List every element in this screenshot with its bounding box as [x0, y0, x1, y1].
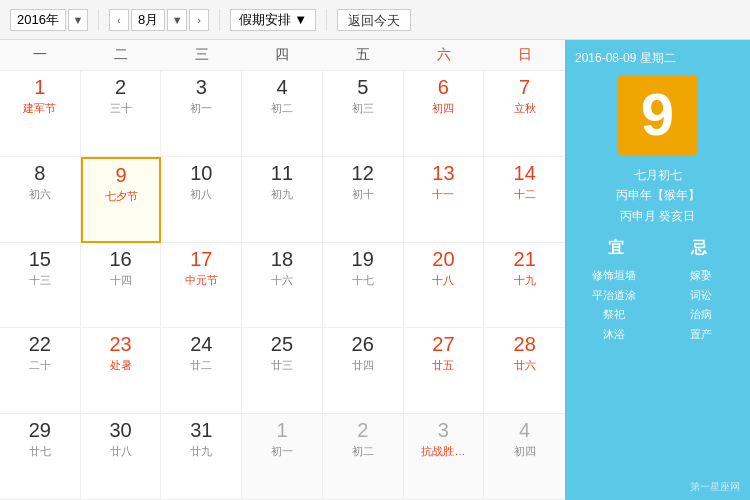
cell-day-number: 14	[514, 161, 536, 185]
cell-day-sub: 十八	[432, 273, 454, 288]
cell-day-number: 16	[109, 247, 131, 271]
calendar-cell[interactable]: 24廿二	[161, 328, 242, 414]
cell-day-number: 25	[271, 332, 293, 356]
calendar-cell[interactable]: 9七夕节	[81, 157, 162, 243]
calendar-cell[interactable]: 4初四	[484, 414, 565, 500]
cell-day-number: 15	[29, 247, 51, 271]
calendar-cell[interactable]: 30廿八	[81, 414, 162, 500]
return-today-btn[interactable]: 返回今天	[337, 9, 411, 31]
day-header: 一	[0, 40, 81, 70]
cell-day-number: 19	[352, 247, 374, 271]
calendar-cell[interactable]: 5初三	[323, 71, 404, 157]
calendar-cell[interactable]: 1建军节	[0, 71, 81, 157]
cell-day-number: 13	[432, 161, 454, 185]
calendar-cell[interactable]: 29廿七	[0, 414, 81, 500]
day-header: 日	[484, 40, 565, 70]
cell-day-sub: 建军节	[23, 101, 56, 116]
ji-item: 词讼	[663, 287, 741, 305]
cell-day-sub: 处暑	[110, 358, 132, 373]
cell-day-number: 24	[190, 332, 212, 356]
calendar-cell[interactable]: 8初六	[0, 157, 81, 243]
holiday-label: 假期安排	[239, 11, 291, 29]
panel-lunar-info: 七月初七 丙申年【猴年】 丙申月 癸亥日	[616, 165, 700, 226]
holiday-dropdown-btn[interactable]: 假期安排 ▼	[230, 9, 316, 31]
day-headers: 一二三四五六日	[0, 40, 565, 71]
calendar-cell[interactable]: 14十二	[484, 157, 565, 243]
month-dropdown-btn[interactable]: ▼	[167, 9, 187, 31]
panel-date-text: 2016-08-09 星期二	[575, 50, 676, 67]
calendar-area: 一二三四五六日 1建军节2三十3初一4初二5初三6初四7立秋8初六9七夕节10初…	[0, 40, 565, 500]
calendar-cell[interactable]: 11初九	[242, 157, 323, 243]
year-value: 2016年	[10, 9, 66, 31]
cell-day-number: 23	[109, 332, 131, 356]
cell-day-sub: 十二	[514, 187, 536, 202]
calendar-cell[interactable]: 7立秋	[484, 71, 565, 157]
cell-day-sub: 十七	[352, 273, 374, 288]
ji-item: 置产	[663, 326, 741, 344]
calendar-cell[interactable]: 10初八	[161, 157, 242, 243]
yi-label: 宜	[608, 238, 624, 259]
calendar-cell[interactable]: 28廿六	[484, 328, 565, 414]
cell-day-number: 9	[116, 163, 127, 187]
cell-day-number: 5	[357, 75, 368, 99]
month-value: 8月	[131, 9, 165, 31]
cell-day-number: 21	[514, 247, 536, 271]
cell-day-sub: 七夕节	[105, 189, 138, 204]
cell-day-sub: 初四	[514, 444, 536, 459]
cell-day-number: 31	[190, 418, 212, 442]
cell-day-sub: 初六	[29, 187, 51, 202]
cell-day-sub: 廿二	[190, 358, 212, 373]
calendar-cell[interactable]: 3抗战胜…	[404, 414, 485, 500]
cell-day-number: 20	[432, 247, 454, 271]
calendar-cell[interactable]: 16十四	[81, 243, 162, 329]
cell-day-sub: 廿六	[514, 358, 536, 373]
cell-day-number: 26	[352, 332, 374, 356]
cell-day-number: 6	[438, 75, 449, 99]
calendar-cell[interactable]: 12初十	[323, 157, 404, 243]
calendar-cell[interactable]: 3初一	[161, 71, 242, 157]
cell-day-number: 27	[432, 332, 454, 356]
calendar-cell[interactable]: 6初四	[404, 71, 485, 157]
cell-day-sub: 廿七	[29, 444, 51, 459]
big-day-box: 9	[618, 75, 698, 155]
calendar-cell[interactable]: 17中元节	[161, 243, 242, 329]
calendar-cell[interactable]: 26廿四	[323, 328, 404, 414]
calendar-cell[interactable]: 27廿五	[404, 328, 485, 414]
calendar-cell[interactable]: 22二十	[0, 328, 81, 414]
calendar-cell[interactable]: 13十一	[404, 157, 485, 243]
calendar-cell[interactable]: 4初二	[242, 71, 323, 157]
calendar-cell[interactable]: 25廿三	[242, 328, 323, 414]
cell-day-sub: 十六	[271, 273, 293, 288]
divider2	[219, 9, 220, 31]
month-prev-btn[interactable]: ‹	[109, 9, 129, 31]
cell-day-number: 7	[519, 75, 530, 99]
calendar-cell[interactable]: 2初二	[323, 414, 404, 500]
calendar-cell[interactable]: 21十九	[484, 243, 565, 329]
cell-day-sub: 二十	[29, 358, 51, 373]
calendar-cell[interactable]: 18十六	[242, 243, 323, 329]
divider1	[98, 9, 99, 31]
cell-day-number: 10	[190, 161, 212, 185]
cell-day-number: 28	[514, 332, 536, 356]
cell-day-sub: 廿四	[352, 358, 374, 373]
year-dropdown-btn[interactable]: ▼	[68, 9, 88, 31]
month-next-btn[interactable]: ›	[189, 9, 209, 31]
yi-item: 平治道涂	[575, 287, 653, 305]
lunar-line3: 丙申月 癸亥日	[616, 206, 700, 226]
divider3	[326, 9, 327, 31]
cell-day-sub: 廿九	[190, 444, 212, 459]
calendar-cell[interactable]: 23处暑	[81, 328, 162, 414]
lunar-line2: 丙申年【猴年】	[616, 185, 700, 205]
calendar-cell[interactable]: 1初一	[242, 414, 323, 500]
cell-day-number: 18	[271, 247, 293, 271]
panel-items: 修饰垣墙嫁娶平治道涂词讼祭祀治病沐浴置产	[575, 267, 740, 343]
calendar-cell[interactable]: 2三十	[81, 71, 162, 157]
calendar-cell[interactable]: 19十七	[323, 243, 404, 329]
day-header: 三	[161, 40, 242, 70]
lunar-line1: 七月初七	[616, 165, 700, 185]
calendar-cell[interactable]: 20十八	[404, 243, 485, 329]
holiday-dropdown-arrow: ▼	[294, 12, 307, 27]
calendar-cell[interactable]: 15十三	[0, 243, 81, 329]
cell-day-sub: 抗战胜…	[421, 444, 465, 459]
calendar-cell[interactable]: 31廿九	[161, 414, 242, 500]
